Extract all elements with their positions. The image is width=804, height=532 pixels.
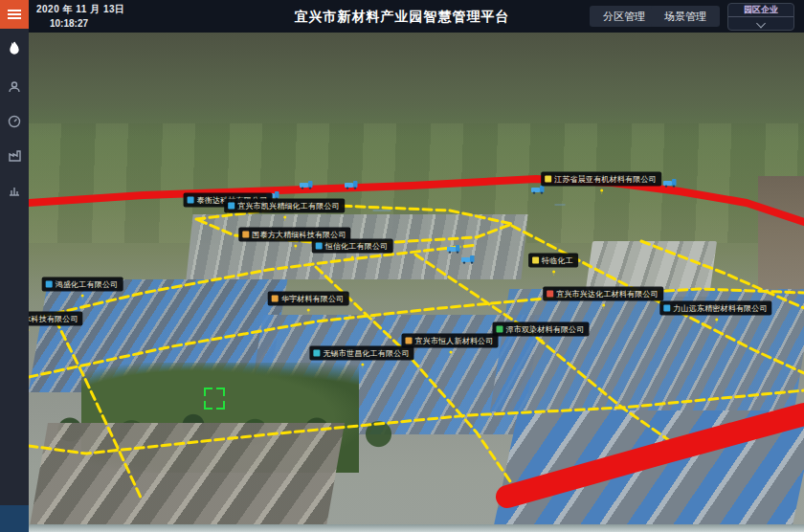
company-type-icon bbox=[228, 203, 234, 210]
sidebar-item-enterprise[interactable] bbox=[0, 144, 29, 168]
scene-management-button[interactable]: 场景管理 bbox=[651, 6, 720, 27]
company-label-text: 宜兴市恒人新材料公司 bbox=[415, 336, 494, 346]
dropdown-label: 园区企业 bbox=[728, 4, 793, 17]
vehicle-icon[interactable] bbox=[345, 176, 358, 186]
vehicle-icon[interactable] bbox=[300, 176, 313, 186]
company-label[interactable]: 鸿盛化工有限公司 bbox=[42, 277, 123, 292]
company-label[interactable]: 宜兴市凯兴精细化工有限公司 bbox=[224, 199, 345, 213]
company-label-text: 无锡市世昌化工有限公司 bbox=[323, 348, 409, 359]
selection-bracket bbox=[204, 388, 225, 410]
company-label[interactable]: 特临化工 bbox=[528, 254, 578, 268]
terrain-grass-field bbox=[81, 363, 359, 473]
label-pin bbox=[552, 271, 555, 274]
sidebar-item-monitor[interactable] bbox=[0, 109, 29, 134]
label-pin bbox=[307, 309, 310, 312]
park-enterprise-dropdown[interactable]: 园区企业 bbox=[727, 3, 794, 31]
company-label-text: 宜兴依润胶水科技有限公司 bbox=[29, 314, 78, 324]
top-header: 2020 年 11 月 13日 10:18:27 宜兴市新材料产业园智慧管理平台… bbox=[0, 0, 804, 33]
label-pin bbox=[715, 319, 718, 321]
company-label[interactable]: 力山远东精密材料有限公司 bbox=[659, 301, 771, 316]
company-label-text: 潭市双染材料有限公司 bbox=[506, 324, 585, 335]
company-label[interactable]: 恒信化工有限公司 bbox=[312, 239, 393, 254]
company-type-icon bbox=[242, 232, 249, 238]
company-type-icon bbox=[313, 350, 320, 357]
company-type-icon bbox=[406, 338, 413, 344]
label-pin bbox=[361, 364, 364, 366]
terrain-foreground-warehouses bbox=[493, 410, 804, 532]
zone-management-button[interactable]: 分区管理 bbox=[590, 6, 659, 27]
label-pin bbox=[540, 340, 543, 343]
company-type-icon bbox=[316, 243, 323, 250]
company-label[interactable]: 宜兴依润胶水科技有限公司 bbox=[29, 312, 83, 326]
sidebar-item-personnel[interactable] bbox=[0, 75, 29, 100]
terrain-foreground-plant bbox=[29, 423, 345, 532]
flame-icon bbox=[8, 41, 21, 56]
company-type-icon bbox=[547, 291, 553, 298]
sidebar-footer-block bbox=[0, 505, 29, 532]
label-pin bbox=[600, 189, 603, 192]
label-pin bbox=[81, 295, 84, 298]
company-label[interactable]: 宜兴市恒人新材料公司 bbox=[402, 334, 499, 348]
company-label-text: 宜兴市凯兴精细化工有限公司 bbox=[237, 201, 340, 211]
company-type-icon bbox=[188, 197, 194, 204]
company-type-icon bbox=[532, 257, 539, 264]
company-label-text: 恒信化工有限公司 bbox=[325, 241, 389, 252]
label-pin bbox=[602, 304, 605, 307]
person-icon bbox=[8, 80, 21, 94]
vehicle-icon[interactable] bbox=[663, 174, 677, 184]
company-label-text: 特临化工 bbox=[542, 255, 573, 266]
label-pin bbox=[351, 256, 354, 259]
sidebar-item-statistics[interactable] bbox=[0, 178, 29, 203]
company-label[interactable]: 无锡市世昌化工有限公司 bbox=[309, 346, 413, 361]
terrain-fields bbox=[29, 123, 804, 243]
menu-button[interactable] bbox=[0, 0, 29, 29]
company-label[interactable]: 潭市双染材料有限公司 bbox=[493, 322, 590, 337]
terrain-tree-row bbox=[29, 408, 440, 452]
company-label-text: 宜兴市兴达化工材料有限公司 bbox=[556, 289, 659, 299]
company-label[interactable]: 华宇材料有限公司 bbox=[268, 292, 349, 306]
sidebar-item-fire[interactable] bbox=[0, 36, 29, 61]
company-type-icon bbox=[497, 326, 503, 333]
chevron-down-icon bbox=[756, 19, 766, 29]
company-type-icon bbox=[272, 296, 279, 302]
company-label[interactable]: 宜兴市兴达化工材料有限公司 bbox=[543, 287, 663, 301]
menu-icon bbox=[8, 10, 21, 11]
map-bottom-strip bbox=[29, 524, 804, 532]
vehicle-icon[interactable] bbox=[461, 251, 475, 260]
company-label-text: 江苏省晨亚有机材料有限公司 bbox=[554, 174, 657, 185]
company-type-icon bbox=[545, 176, 551, 183]
road-overlay bbox=[29, 33, 804, 532]
company-label-text: 鸿盛化工有限公司 bbox=[56, 279, 119, 290]
bar-chart-icon bbox=[8, 184, 21, 197]
gauge-icon bbox=[8, 115, 21, 128]
factory-icon bbox=[8, 149, 22, 163]
label-pin bbox=[294, 245, 297, 248]
terrain-factory-cluster-left bbox=[29, 279, 287, 392]
terrain-far-city bbox=[758, 176, 804, 305]
company-label-text: 力山远东精密材料有限公司 bbox=[673, 303, 767, 314]
company-label-text: 华宇材料有限公司 bbox=[281, 294, 345, 304]
company-type-icon bbox=[663, 305, 670, 312]
company-label[interactable]: 江苏省晨亚有机材料有限公司 bbox=[541, 172, 661, 187]
label-pin bbox=[283, 216, 286, 219]
left-icon-sidebar bbox=[0, 0, 29, 532]
company-type-icon bbox=[46, 281, 53, 288]
map-3d-view[interactable]: 泰衡达科技有限公司宜兴市凯兴精细化工有限公司国泰方大精细科技有限公司恒信化工有限… bbox=[29, 33, 804, 532]
vehicle-icon[interactable] bbox=[447, 240, 460, 250]
terrain-horizon bbox=[29, 33, 804, 138]
label-pin bbox=[449, 351, 452, 354]
